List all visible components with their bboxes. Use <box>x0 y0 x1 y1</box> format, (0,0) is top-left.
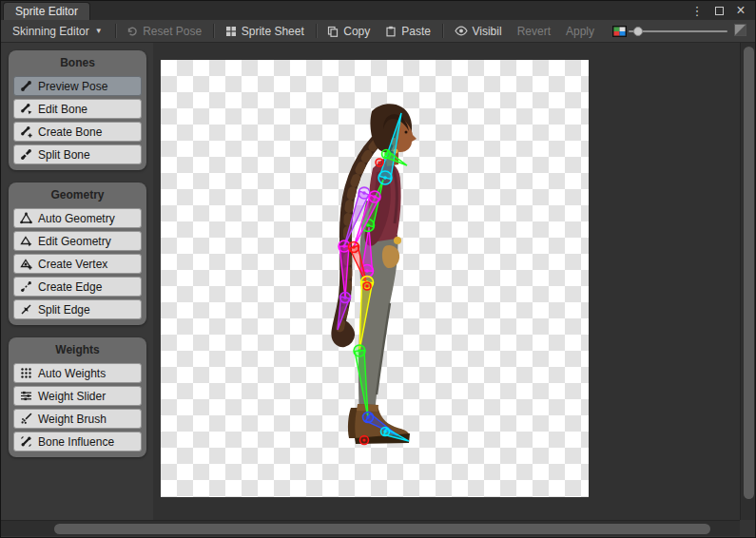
weight-brush-button[interactable]: Weight Brush <box>13 409 142 429</box>
apply-button[interactable]: Apply <box>559 23 601 40</box>
split-bone-button[interactable]: Split Bone <box>13 144 142 164</box>
auto-geometry-button[interactable]: Auto Geometry <box>13 208 142 228</box>
weight-brush-icon <box>20 413 32 425</box>
close-icon[interactable]: × <box>734 4 747 17</box>
create-bone-icon <box>20 125 32 138</box>
auto-geometry-icon <box>20 212 32 224</box>
bones-panel: Bones Preview Pose Edit Bone Create Bone <box>9 50 146 170</box>
scrollbar-corner <box>740 520 756 536</box>
vertical-scrollbar[interactable] <box>740 43 756 520</box>
eye-icon <box>455 26 468 36</box>
tab-sprite-editor[interactable]: Sprite Editor <box>3 2 90 20</box>
reset-icon <box>126 26 138 37</box>
vertical-scrollbar-thumb[interactable] <box>744 47 754 499</box>
zoom-controls <box>629 24 751 39</box>
tab-bar: Sprite Editor ⋮ × <box>1 1 755 20</box>
sprite-workspace[interactable] <box>161 60 589 497</box>
copy-icon <box>327 26 339 37</box>
bone-overlay[interactable] <box>161 60 589 497</box>
rgb-alpha-toggle-icon[interactable] <box>612 26 627 37</box>
edit-bone-button[interactable]: Edit Bone <box>13 99 142 119</box>
maximize-icon[interactable] <box>712 4 726 17</box>
geometry-panel-title: Geometry <box>13 185 142 205</box>
edit-geometry-icon <box>20 235 32 247</box>
editor-mode-label: Skinning Editor <box>12 25 89 38</box>
paste-icon <box>385 26 397 37</box>
create-bone-button[interactable]: Create Bone <box>13 122 142 142</box>
weight-slider-button[interactable]: Weight Slider <box>13 386 142 406</box>
paste-button[interactable]: Paste <box>378 23 437 40</box>
more-menu-icon[interactable]: ⋮ <box>690 4 704 17</box>
geometry-panel: Geometry Auto Geometry Edit Geometry Cre… <box>9 183 146 325</box>
tab-title: Sprite Editor <box>15 5 78 18</box>
zoom-slider[interactable] <box>629 24 727 39</box>
create-vertex-button[interactable]: Create Vertex <box>13 254 142 274</box>
sprite-sheet-icon <box>225 26 237 37</box>
visibility-button[interactable]: Visibil <box>448 23 509 40</box>
bone-influence-button[interactable]: Bone Influence <box>13 432 142 452</box>
horizontal-scrollbar[interactable] <box>1 520 740 536</box>
copy-button[interactable]: Copy <box>320 23 377 40</box>
gradient-icon[interactable] <box>734 24 746 39</box>
toolbar-divider <box>213 24 214 38</box>
edit-geometry-button[interactable]: Edit Geometry <box>13 231 142 251</box>
create-vertex-icon <box>20 258 32 270</box>
editor-mode-dropdown[interactable]: Skinning Editor ▼ <box>5 23 110 40</box>
chevron-down-icon: ▼ <box>95 27 103 35</box>
weights-panel: Weights Auto Weights Weight Slider Weigh… <box>9 337 146 457</box>
toolbar-divider <box>316 24 317 38</box>
preview-pose-button[interactable]: Preview Pose <box>13 76 142 96</box>
toolbar-divider <box>115 24 116 38</box>
sprite-editor-window: Sprite Editor ⋮ × Skinning Editor ▼ Rese… <box>0 0 756 538</box>
edit-bone-icon <box>20 103 32 115</box>
reset-pose-button[interactable]: Reset Pose <box>120 23 208 40</box>
window-controls: ⋮ × <box>690 1 755 20</box>
create-edge-button[interactable]: Create Edge <box>13 277 142 297</box>
split-bone-icon <box>20 148 32 161</box>
horizontal-scrollbar-thumb[interactable] <box>54 524 710 534</box>
revert-button[interactable]: Revert <box>511 23 557 40</box>
auto-weights-icon <box>20 367 32 379</box>
skinning-canvas[interactable] <box>153 43 740 520</box>
split-edge-icon <box>20 303 32 316</box>
bones-panel-title: Bones <box>13 53 142 73</box>
sprite-sheet-button[interactable]: Sprite Sheet <box>219 23 311 40</box>
weight-slider-icon <box>20 390 32 402</box>
create-edge-icon <box>20 280 32 293</box>
toolbar-divider <box>442 24 443 38</box>
toolbar: Skinning Editor ▼ Reset Pose Sprite Shee… <box>1 20 755 43</box>
zoom-slider-track[interactable] <box>629 30 727 32</box>
weights-panel-title: Weights <box>13 340 142 360</box>
bone-influence-icon <box>20 435 32 448</box>
auto-weights-button[interactable]: Auto Weights <box>13 363 142 383</box>
skinning-tool-sidebar: Bones Preview Pose Edit Bone Create Bone <box>9 50 146 470</box>
preview-pose-icon <box>20 80 32 92</box>
zoom-slider-knob[interactable] <box>633 27 643 36</box>
split-edge-button[interactable]: Split Edge <box>13 299 142 319</box>
